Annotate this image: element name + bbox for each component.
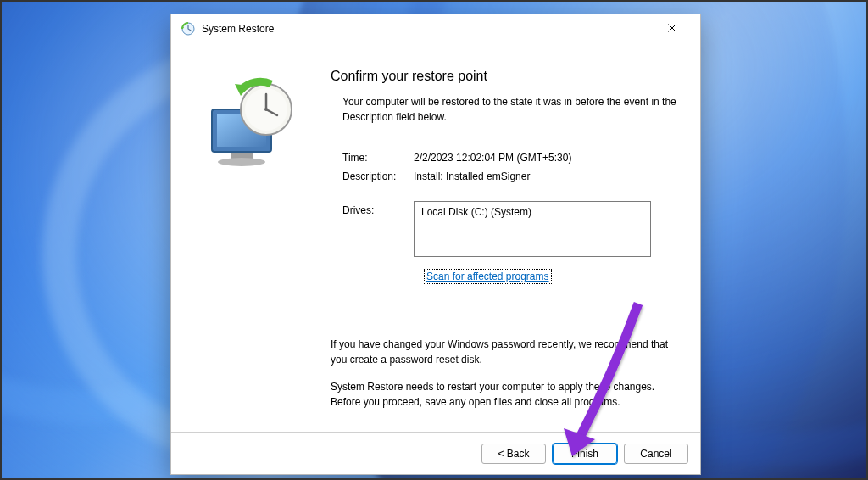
drive-item: Local Disk (C:) (System): [421, 206, 531, 218]
intro-text: Your computer will be restored to the st…: [331, 94, 676, 125]
system-restore-dialog: System Restore: [170, 14, 701, 475]
restart-note: System Restore needs to restart your com…: [331, 379, 676, 410]
description-value: Install: Installed emSigner: [414, 170, 530, 182]
scan-affected-programs-link[interactable]: Scan for affected programs: [426, 271, 550, 282]
window-title: System Restore: [202, 23, 653, 35]
close-button[interactable]: [653, 15, 692, 41]
drives-label: Drives:: [342, 201, 414, 257]
page-heading: Confirm your restore point: [331, 69, 676, 84]
back-button[interactable]: < Back: [481, 444, 546, 464]
time-label: Time:: [342, 152, 414, 164]
description-label: Description:: [342, 170, 414, 182]
svg-point-8: [264, 108, 268, 111]
cancel-button[interactable]: Cancel: [624, 444, 688, 464]
svg-point-5: [218, 158, 265, 166]
wizard-sidebar: [171, 43, 317, 432]
button-bar: < Back Finish Cancel: [171, 432, 700, 474]
wizard-content: Confirm your restore point Your computer…: [317, 43, 700, 432]
system-restore-icon: [180, 21, 195, 36]
finish-button[interactable]: Finish: [553, 444, 617, 464]
close-icon: [668, 24, 676, 32]
drives-listbox[interactable]: Local Disk (C:) (System): [414, 201, 651, 257]
time-value: 2/2/2023 12:02:04 PM (GMT+5:30): [414, 152, 571, 164]
system-restore-large-icon: [197, 77, 298, 170]
password-note: If you have changed your Windows passwor…: [331, 337, 676, 367]
titlebar: System Restore: [171, 14, 700, 43]
